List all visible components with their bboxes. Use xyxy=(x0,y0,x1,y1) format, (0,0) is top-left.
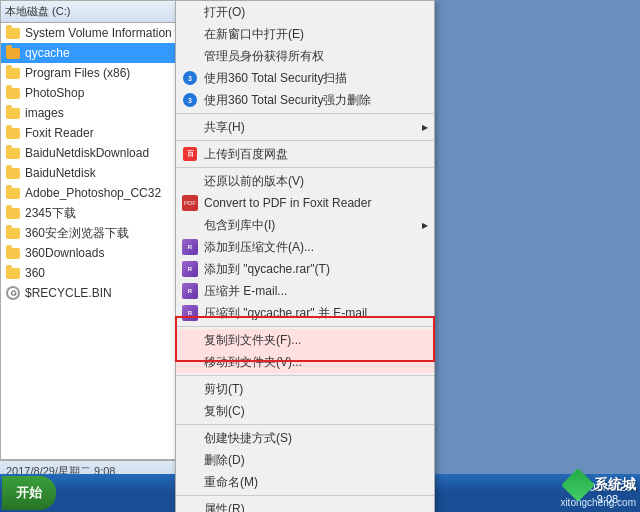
menu-item-icon: 百 xyxy=(180,144,200,164)
file-item-label: 360安全浏览器下载 xyxy=(25,225,129,242)
menu-item[interactable]: R添加到压缩文件(A)... xyxy=(176,236,434,258)
explorer-header: 本地磁盘 (C:) xyxy=(1,1,199,23)
menu-item[interactable]: 百上传到百度网盘 xyxy=(176,143,434,165)
file-item-label: qycache xyxy=(25,46,70,60)
menu-item-label: 删除(D) xyxy=(204,452,245,469)
folder-icon xyxy=(5,265,21,281)
menu-separator xyxy=(176,326,434,327)
menu-item-label: 添加到 "qycache.rar"(T) xyxy=(204,261,330,278)
menu-item-label: 打开(O) xyxy=(204,4,245,21)
menu-separator xyxy=(176,375,434,376)
folder-icon xyxy=(5,245,21,261)
menu-item[interactable]: 管理员身份获得所有权 xyxy=(176,45,434,67)
menu-item[interactable]: 打开(O) xyxy=(176,1,434,23)
folder-icon xyxy=(5,85,21,101)
file-item[interactable]: 360安全浏览器下载 xyxy=(1,223,199,243)
folder-icon xyxy=(5,105,21,121)
menu-separator xyxy=(176,113,434,114)
menu-item-icon: R xyxy=(180,259,200,279)
file-item-label: PhotoShop xyxy=(25,86,84,100)
menu-item[interactable]: 在新窗口中打开(E) xyxy=(176,23,434,45)
file-item-label: 360 xyxy=(25,266,45,280)
watermark-logo: 系统城 xyxy=(566,473,636,497)
file-item-label: images xyxy=(25,106,64,120)
watermark-site: xitongcheng.com xyxy=(560,497,636,508)
file-item-label: 2345下载 xyxy=(25,205,76,222)
menu-item[interactable]: 复制到文件夹(F)... xyxy=(176,329,434,351)
menu-separator xyxy=(176,140,434,141)
menu-item-label: 压缩并 E-mail... xyxy=(204,283,287,300)
menu-item[interactable]: R压缩并 E-mail... xyxy=(176,280,434,302)
menu-separator xyxy=(176,424,434,425)
file-explorer: 本地磁盘 (C:) System Volume Informationqycac… xyxy=(0,0,200,460)
menu-item-icon: 3 xyxy=(180,90,200,110)
watermark: 系统城 xitongcheng.com xyxy=(516,458,636,508)
menu-item[interactable]: 删除(D) xyxy=(176,449,434,471)
folder-icon xyxy=(5,65,21,81)
menu-item-label: 共享(H) xyxy=(204,119,245,136)
folder-icon xyxy=(5,205,21,221)
menu-item[interactable]: 3使用360 Total Security扫描 xyxy=(176,67,434,89)
menu-item-icon: R xyxy=(180,237,200,257)
menu-item-label: 管理员身份获得所有权 xyxy=(204,48,324,65)
menu-item[interactable]: 属性(R) xyxy=(176,498,434,512)
menu-item[interactable]: 移动到文件夹(V)... xyxy=(176,351,434,373)
menu-item-label: 复制(C) xyxy=(204,403,245,420)
file-item-label: BaiduNetdiskDownload xyxy=(25,146,149,160)
explorer-title: 本地磁盘 (C:) xyxy=(5,4,70,19)
file-item[interactable]: 360Downloads xyxy=(1,243,199,263)
file-item[interactable]: BaiduNetdisk xyxy=(1,163,199,183)
menu-item-label: 重命名(M) xyxy=(204,474,258,491)
menu-item-label: 使用360 Total Security扫描 xyxy=(204,70,347,87)
file-item[interactable]: images xyxy=(1,103,199,123)
start-button[interactable]: 开始 xyxy=(2,476,56,510)
file-item[interactable]: PhotoShop xyxy=(1,83,199,103)
menu-item-label: Convert to PDF in Foxit Reader xyxy=(204,196,371,210)
menu-item[interactable]: R添加到 "qycache.rar"(T) xyxy=(176,258,434,280)
folder-icon xyxy=(5,185,21,201)
menu-item[interactable]: PDFConvert to PDF in Foxit Reader xyxy=(176,192,434,214)
menu-item-label: 使用360 Total Security强力删除 xyxy=(204,92,371,109)
file-item[interactable]: ♻$RECYCLE.BIN xyxy=(1,283,199,303)
menu-item-icon: R xyxy=(180,281,200,301)
menu-item-label: 包含到库中(I) xyxy=(204,217,275,234)
file-item-label: Foxit Reader xyxy=(25,126,94,140)
menu-item-label: 在新窗口中打开(E) xyxy=(204,26,304,43)
file-item-label: BaiduNetdisk xyxy=(25,166,96,180)
menu-item-icon: R xyxy=(180,303,200,323)
file-item[interactable]: System Volume Information xyxy=(1,23,199,43)
menu-item[interactable]: 创建快捷方式(S) xyxy=(176,427,434,449)
menu-item[interactable]: 剪切(T) xyxy=(176,378,434,400)
menu-separator xyxy=(176,167,434,168)
menu-item-label: 添加到压缩文件(A)... xyxy=(204,239,314,256)
file-item[interactable]: 2345下载 xyxy=(1,203,199,223)
file-item[interactable]: BaiduNetdiskDownload xyxy=(1,143,199,163)
menu-item[interactable]: 还原以前的版本(V) xyxy=(176,170,434,192)
menu-item-label: 剪切(T) xyxy=(204,381,243,398)
folder-icon xyxy=(5,45,21,61)
menu-item[interactable]: 复制(C) xyxy=(176,400,434,422)
folder-icon xyxy=(5,225,21,241)
file-list[interactable]: System Volume InformationqycacheProgram … xyxy=(1,23,199,459)
menu-item[interactable]: 包含到库中(I) xyxy=(176,214,434,236)
folder-icon xyxy=(5,165,21,181)
menu-item-icon: 3 xyxy=(180,68,200,88)
file-item-label: System Volume Information xyxy=(25,26,172,40)
menu-item[interactable]: 重命名(M) xyxy=(176,471,434,493)
folder-icon: ♻ xyxy=(5,285,21,301)
file-item-label: $RECYCLE.BIN xyxy=(25,286,112,300)
context-menu[interactable]: 打开(O)在新窗口中打开(E)管理员身份获得所有权3使用360 Total Se… xyxy=(175,0,435,512)
menu-item-icon: PDF xyxy=(180,193,200,213)
folder-icon xyxy=(5,125,21,141)
file-item-label: Program Files (x86) xyxy=(25,66,130,80)
file-item[interactable]: Program Files (x86) xyxy=(1,63,199,83)
file-item[interactable]: qycache xyxy=(1,43,199,63)
file-item[interactable]: Adobe_Photoshop_CC32 xyxy=(1,183,199,203)
menu-item[interactable]: R压缩到 "qycache.rar" 并 E-mail xyxy=(176,302,434,324)
menu-item[interactable]: 共享(H) xyxy=(176,116,434,138)
menu-item-label: 还原以前的版本(V) xyxy=(204,173,304,190)
menu-item[interactable]: 3使用360 Total Security强力删除 xyxy=(176,89,434,111)
file-item[interactable]: Foxit Reader xyxy=(1,123,199,143)
file-item[interactable]: 360 xyxy=(1,263,199,283)
file-item-label: Adobe_Photoshop_CC32 xyxy=(25,186,161,200)
